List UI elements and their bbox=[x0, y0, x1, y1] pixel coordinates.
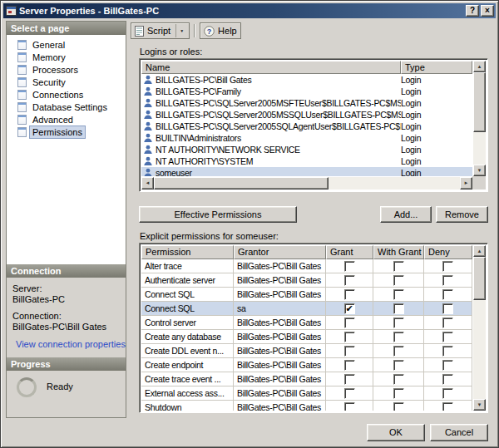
deny-checkbox[interactable] bbox=[442, 346, 453, 357]
with-grant-checkbox[interactable] bbox=[393, 261, 404, 272]
login-row[interactable]: BILLGATES-PC\FamilyLogin bbox=[141, 86, 472, 97]
permission-row[interactable]: ShutdownBillGates-PC\Bill Gates bbox=[141, 401, 472, 411]
permission-row[interactable]: Authenticate serverBillGates-PC\Bill Gat… bbox=[141, 273, 472, 288]
permission-row[interactable]: Create trace event ...BillGates-PC\Bill … bbox=[141, 372, 472, 386]
ok-button[interactable]: OK bbox=[367, 424, 425, 441]
deny-checkbox[interactable] bbox=[442, 374, 453, 385]
grant-checkbox[interactable] bbox=[344, 346, 355, 357]
grant-checkbox[interactable] bbox=[344, 388, 355, 399]
grid-column-header-with-grant[interactable]: With Grant bbox=[373, 245, 424, 259]
grant-checkbox[interactable] bbox=[344, 289, 355, 300]
progress-panel: Ready bbox=[7, 371, 126, 417]
column-header-name[interactable]: Name bbox=[141, 61, 401, 74]
with-grant-checkbox[interactable] bbox=[393, 388, 404, 399]
with-grant-checkbox[interactable] bbox=[393, 303, 404, 314]
with-grant-checkbox[interactable] bbox=[393, 318, 404, 328]
effective-permissions-button[interactable]: Effective Permissions bbox=[139, 206, 297, 223]
script-button[interactable]: Script ▼ bbox=[131, 22, 190, 39]
grant-checkbox[interactable] bbox=[344, 332, 355, 342]
sidebar-item-memory[interactable]: Memory bbox=[7, 51, 126, 63]
sidebar-item-database-settings[interactable]: Database Settings bbox=[7, 101, 126, 113]
permission-row[interactable]: Control serverBillGates-PC\Bill Gates bbox=[141, 316, 472, 330]
grant-checkbox[interactable] bbox=[344, 374, 355, 385]
grant-cell bbox=[326, 273, 373, 288]
grant-checkbox[interactable] bbox=[344, 303, 355, 314]
scroll-down-icon[interactable]: ▼ bbox=[473, 165, 486, 176]
logins-vertical-scrollbar[interactable]: ▲ ▼ bbox=[473, 61, 486, 176]
sidebar-item-permissions[interactable]: Permissions bbox=[7, 126, 126, 138]
grant-checkbox[interactable] bbox=[344, 261, 355, 272]
remove-button[interactable]: Remove bbox=[436, 206, 488, 223]
sidebar-item-general[interactable]: General bbox=[7, 38, 126, 51]
permission-row[interactable]: Create endpointBillGates-PC\Bill Gates bbox=[141, 358, 472, 372]
close-button[interactable]: × bbox=[481, 5, 494, 17]
deny-checkbox[interactable] bbox=[442, 360, 453, 371]
deny-checkbox[interactable] bbox=[442, 318, 453, 328]
help-button[interactable]: ? Help bbox=[200, 22, 241, 39]
with-grant-checkbox[interactable] bbox=[393, 289, 404, 300]
column-header-type[interactable]: Type bbox=[401, 61, 472, 74]
sidebar-item-security[interactable]: Security bbox=[7, 76, 126, 88]
scrollbar-thumb[interactable] bbox=[154, 177, 329, 190]
grant-checkbox[interactable] bbox=[344, 318, 355, 328]
view-connection-properties[interactable]: View connection properties bbox=[12, 339, 120, 350]
login-row[interactable]: BILLGATES-PC\SQLServer2005MSSQLUser$BILL… bbox=[141, 109, 472, 121]
login-row[interactable]: NT AUTHORITY\SYSTEMLogin bbox=[141, 155, 472, 167]
permission-row[interactable]: Connect SQLBillGates-PC\Bill Gates bbox=[141, 288, 472, 302]
sidebar-item-connections[interactable]: Connections bbox=[7, 88, 126, 101]
grant-checkbox[interactable] bbox=[344, 275, 355, 286]
scrollbar-thumb[interactable] bbox=[473, 257, 486, 300]
scroll-up-icon[interactable]: ▲ bbox=[473, 61, 486, 72]
deny-checkbox[interactable] bbox=[442, 303, 453, 314]
title-bar[interactable]: Server Properties - BillGates-PC ? × bbox=[3, 3, 496, 18]
permission-row[interactable]: Create DDL event n...BillGates-PC\Bill G… bbox=[141, 344, 472, 358]
grid-column-header-permission[interactable]: Permission bbox=[141, 245, 234, 259]
with-grant-cell bbox=[373, 344, 424, 358]
grid-column-header-grantor[interactable]: Grantor bbox=[234, 245, 326, 259]
permissions-grid: PermissionGrantorGrantWith GrantDeny Alt… bbox=[139, 243, 488, 413]
logins-listview: Name Type BILLGATES-PC\Bill GatesLoginBI… bbox=[139, 58, 488, 192]
scrollbar-thumb[interactable] bbox=[473, 72, 486, 132]
cancel-button[interactable]: Cancel bbox=[430, 424, 488, 441]
login-row[interactable]: someuserLogin bbox=[141, 167, 472, 176]
logins-horizontal-scrollbar[interactable]: ◄ ► bbox=[141, 177, 472, 190]
with-grant-checkbox[interactable] bbox=[393, 332, 404, 342]
with-grant-checkbox[interactable] bbox=[393, 374, 404, 385]
deny-checkbox[interactable] bbox=[442, 388, 453, 399]
grant-checkbox[interactable] bbox=[344, 360, 355, 371]
deny-checkbox[interactable] bbox=[442, 332, 453, 342]
permission-row[interactable]: Create any databaseBillGates-PC\Bill Gat… bbox=[141, 330, 472, 344]
deny-checkbox[interactable] bbox=[442, 402, 453, 411]
grid-vertical-scrollbar[interactable]: ▲ ▼ bbox=[473, 245, 486, 411]
permission-row[interactable]: Alter traceBillGates-PC\Bill Gates bbox=[141, 259, 472, 273]
permission-row[interactable]: External access ass...BillGates-PC\Bill … bbox=[141, 386, 472, 401]
scroll-down-icon[interactable]: ▼ bbox=[473, 399, 486, 411]
login-row[interactable]: BILLGATES-PC\SQLServer2005MSFTEUser$BILL… bbox=[141, 97, 472, 109]
with-grant-checkbox[interactable] bbox=[393, 346, 404, 357]
sidebar-item-label: Permissions bbox=[30, 126, 85, 138]
toolbar: Script ▼ ? Help bbox=[131, 22, 493, 40]
login-row[interactable]: BILLGATES-PC\SQLServer2005SQLAgentUser$B… bbox=[141, 121, 472, 132]
deny-checkbox[interactable] bbox=[442, 275, 453, 286]
login-row[interactable]: NT AUTHORITY\NETWORK SERVICELogin bbox=[141, 144, 472, 155]
with-grant-checkbox[interactable] bbox=[393, 402, 404, 411]
grid-column-header-grant[interactable]: Grant bbox=[326, 245, 373, 259]
help-title-button[interactable]: ? bbox=[466, 5, 479, 17]
sidebar-item-advanced[interactable]: Advanced bbox=[7, 113, 126, 126]
scroll-right-icon[interactable]: ► bbox=[460, 177, 472, 190]
with-grant-checkbox[interactable] bbox=[393, 275, 404, 286]
with-grant-checkbox[interactable] bbox=[393, 360, 404, 371]
view-connection-properties-link[interactable]: View connection properties bbox=[16, 339, 126, 350]
scroll-left-icon[interactable]: ◄ bbox=[141, 177, 154, 190]
script-dropdown-icon[interactable]: ▼ bbox=[175, 24, 185, 37]
grid-column-header-deny[interactable]: Deny bbox=[424, 245, 472, 259]
sidebar-item-processors[interactable]: Processors bbox=[7, 63, 126, 76]
deny-checkbox[interactable] bbox=[442, 289, 453, 300]
deny-checkbox[interactable] bbox=[442, 261, 453, 272]
login-row[interactable]: BUILTIN\AdministratorsLogin bbox=[141, 132, 472, 144]
scroll-up-icon[interactable]: ▲ bbox=[473, 245, 486, 257]
add-button[interactable]: Add... bbox=[380, 206, 432, 223]
permission-row[interactable]: Connect SQLsa bbox=[141, 302, 472, 316]
grant-checkbox[interactable] bbox=[344, 402, 355, 411]
login-row[interactable]: BILLGATES-PC\Bill GatesLogin bbox=[141, 74, 472, 86]
